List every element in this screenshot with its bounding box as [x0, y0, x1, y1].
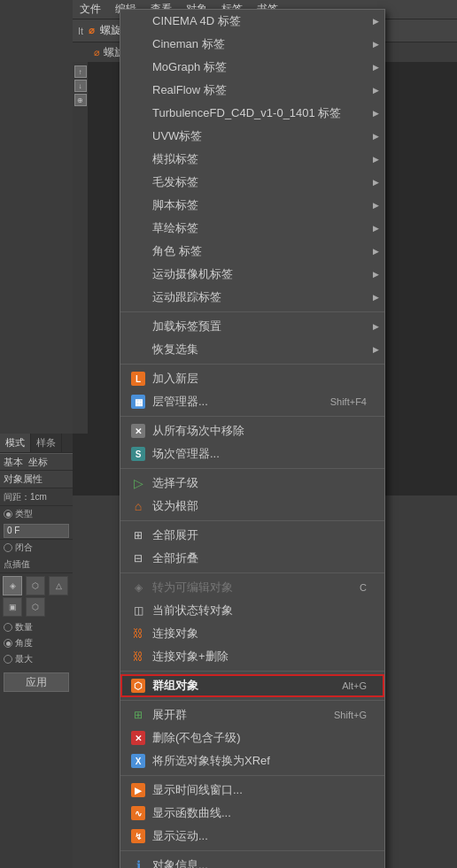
menu-restore-select[interactable]: 恢复选集 [120, 338, 384, 361]
layer-mgr-icon: ▦ [129, 394, 147, 410]
collapse-all-label: 全部折叠 [152, 550, 198, 566]
angle-label: 角度 [15, 637, 33, 649]
grid-cell-2[interactable]: ⬡ [26, 576, 45, 595]
value-of-input[interactable]: 0 F [4, 524, 69, 538]
layer-manager-label: 层管理器... [152, 394, 208, 410]
toolbar-btn-3[interactable]: ⊕ [74, 94, 87, 106]
simulation-tag-icon [129, 151, 147, 167]
state-icon: ◫ [134, 604, 143, 617]
apply-button[interactable]: 应用 [4, 672, 69, 692]
menu-connect-obj[interactable]: ⛓ 连接对象 [120, 622, 384, 645]
uvw-tag-icon [129, 128, 147, 144]
obj-header-label: It [78, 26, 83, 36]
menu-simulation-tag[interactable]: 模拟标签 [120, 148, 384, 171]
remove-all-scenes-label: 从所有场次中移除 [152, 423, 244, 439]
fcurve-small-icon: ∿ [131, 806, 145, 820]
connect-delete-label: 连接对象+删除 [152, 649, 228, 664]
toolbar-btn-1[interactable]: ↑ [74, 65, 87, 78]
delete-no-child-icon: ✕ [129, 730, 147, 746]
delete-no-child-label: 删除(不包含子级) [152, 730, 241, 746]
menu-connect-delete[interactable]: ⛓ 连接对象+删除 [120, 645, 384, 668]
separator-8 [120, 700, 384, 701]
menu-expand-all[interactable]: ⊞ 全部展开 [120, 524, 384, 547]
menu-cineman-tag[interactable]: Cineman 标签 [120, 33, 384, 56]
menu-file[interactable]: 文件 [73, 0, 108, 19]
menu-cinema4d-tag[interactable]: CINEMA 4D 标签 [120, 10, 384, 33]
hair-tag-icon [129, 174, 147, 190]
grid-cell-3[interactable]: △ [49, 576, 68, 595]
tab-spline[interactable]: 样条 [31, 434, 62, 452]
cinema4d-tag-icon [129, 13, 147, 29]
set-root-icon: ⌂ [129, 498, 147, 514]
connect-del-icon-sym: ⛓ [133, 650, 143, 663]
script-tag-label: 脚本标签 [152, 197, 198, 213]
menu-select-children[interactable]: ▷ 选择子级 [120, 472, 384, 495]
scene-manager-icon: S [129, 446, 147, 462]
menu-show-motion[interactable]: ↯ 显示运动... [120, 825, 384, 848]
grid-cell-1[interactable]: ◈ [3, 576, 22, 595]
radio-type-label: 类型 [15, 508, 33, 520]
menu-show-timeline[interactable]: ▶ 显示时间线窗口... [120, 779, 384, 802]
group-obj-icon: ⬡ [129, 678, 147, 694]
menu-realflow-tag[interactable]: RealFlow 标签 [120, 79, 384, 102]
angle-row: 角度 [0, 635, 73, 651]
menu-turbulence-tag[interactable]: TurbulenceFD_C4D_v1-0_1401 标签 [120, 102, 384, 125]
layer-mgr-small-icon: ▦ [131, 395, 145, 409]
angle-dot[interactable] [4, 639, 12, 648]
menu-delete-no-child[interactable]: ✕ 删除(不包含子级) [120, 726, 384, 749]
toolbar-btn-2[interactable]: ↓ [74, 80, 87, 92]
menu-to-xref[interactable]: X 将所选对象转换为XRef [120, 749, 384, 772]
helix-icon-2: ⌀ [94, 47, 100, 58]
menu-script-tag[interactable]: 脚本标签 [120, 194, 384, 217]
tab-mode[interactable]: 模式 [0, 434, 31, 452]
info-icon: ℹ [136, 858, 141, 868]
section-basic: 基本 坐标 [0, 453, 73, 471]
menu-collapse-all[interactable]: ⊟ 全部折叠 [120, 547, 384, 570]
menu-to-editable[interactable]: ◈ 转为可编辑对象 C [120, 576, 384, 599]
context-menu: CINEMA 4D 标签 Cineman 标签 MoGraph 标签 RealF… [120, 9, 385, 868]
cinema4d-tag-label: CINEMA 4D 标签 [152, 13, 241, 29]
menu-sketch-tag[interactable]: 草绘标签 [120, 217, 384, 240]
menu-remove-all-scenes[interactable]: ✕ 从所有场次中移除 [120, 419, 384, 442]
cur-state-to-obj-label: 当前状态转对象 [152, 603, 233, 618]
group-icon: ⬡ [131, 679, 145, 693]
close-dot[interactable] [4, 543, 12, 552]
motion-small-icon: ↯ [131, 829, 145, 843]
radio-type-dot[interactable] [4, 510, 12, 518]
menu-object-info[interactable]: ℹ 对象信息... [120, 854, 384, 868]
section-obj-props-label: 对象属性 [4, 472, 43, 486]
menu-character-tag[interactable]: 角色 标签 [120, 240, 384, 263]
show-motion-label: 显示运动... [152, 828, 208, 844]
uvw-tag-label: UVW标签 [152, 128, 202, 144]
menu-load-tag-preset[interactable]: 加载标签预置 [120, 315, 384, 338]
grid-cell-4[interactable]: ▣ [3, 597, 22, 617]
cur-state-icon: ◫ [129, 603, 147, 618]
scene-manager-label: 场次管理器... [152, 446, 220, 462]
menu-group-object[interactable]: ⬡ 群组对象 Alt+G [120, 674, 384, 697]
points-interp-row: 点插值 [0, 556, 73, 573]
menu-layer-manager[interactable]: ▦ 层管理器... Shift+F4 [120, 390, 384, 413]
menu-hair-tag[interactable]: 毛发标签 [120, 171, 384, 194]
menu-mocam-tag[interactable]: 运动摄像机标签 [120, 263, 384, 286]
load-tag-preset-icon [129, 319, 147, 334]
max-dot[interactable] [4, 655, 12, 664]
menu-show-fcurve[interactable]: ∿ 显示函数曲线... [120, 802, 384, 825]
menu-mograph-tag[interactable]: MoGraph 标签 [120, 56, 384, 79]
menu-uvw-tag[interactable]: UVW标签 [120, 125, 384, 148]
ungroup-icon: ⊞ [134, 709, 143, 721]
count-label: 数量 [15, 621, 33, 634]
menu-scene-manager[interactable]: S 场次管理器... [120, 442, 384, 465]
value-of-row: 0 F [0, 522, 73, 540]
menu-add-new-layer[interactable]: L 加入新层 [120, 367, 384, 390]
radio-type: 类型 [0, 506, 73, 522]
menu-cur-state-to-obj[interactable]: ◫ 当前状态转对象 [120, 599, 384, 622]
max-row: 最大 [0, 651, 73, 667]
select-children-label: 选择子级 [152, 475, 198, 491]
menu-motrack-tag[interactable]: 运动跟踪标签 [120, 286, 384, 309]
connect-del-icon: ⛓ [129, 649, 147, 664]
menu-expand-group[interactable]: ⊞ 展开群 Shift+G [120, 703, 384, 726]
menu-set-root[interactable]: ⌂ 设为根部 [120, 495, 384, 518]
grid-cell-5[interactable]: ⬡ [26, 597, 45, 617]
count-dot[interactable] [4, 623, 12, 632]
collapse-icon: ⊟ [134, 552, 143, 565]
